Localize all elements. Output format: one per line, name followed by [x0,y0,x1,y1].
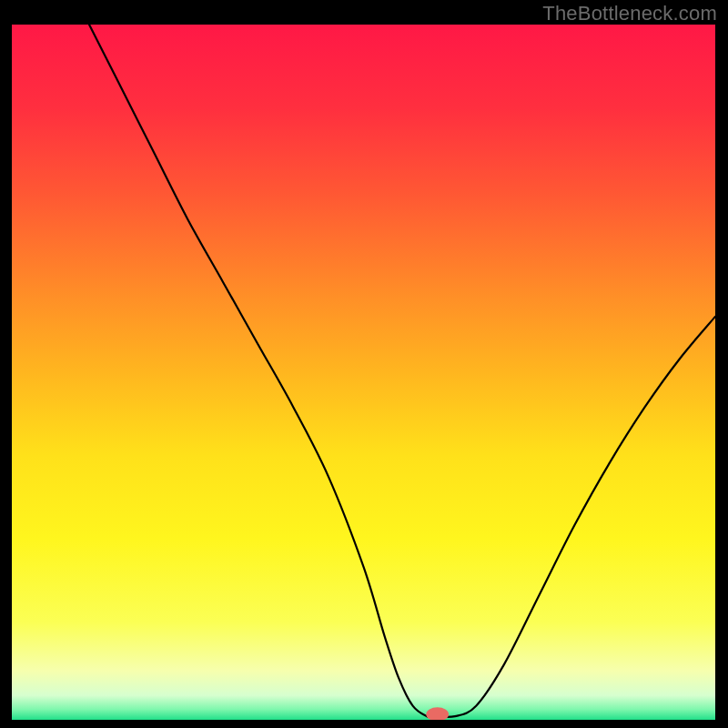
plot-area [12,25,715,720]
chart-frame [9,22,718,723]
gradient-background [12,25,715,720]
chart-svg [12,25,715,720]
